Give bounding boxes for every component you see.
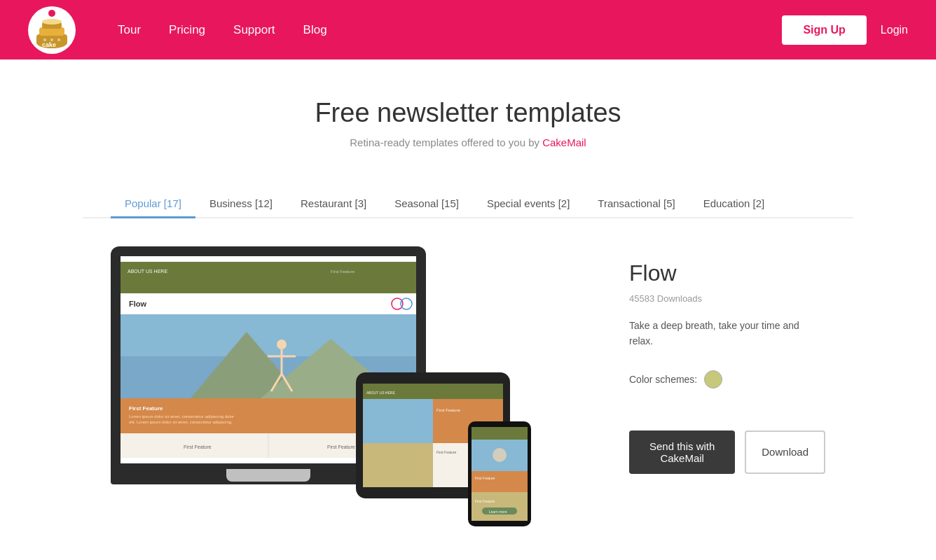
hero-section: Free newsletter templates Retina-ready t… bbox=[0, 59, 936, 169]
send-cakemail-button[interactable]: Send this with CakeMail bbox=[629, 430, 735, 474]
tabs-area: Popular [17] Business [12] Restaurant [3… bbox=[83, 190, 853, 218]
svg-point-9 bbox=[57, 38, 60, 41]
color-schemes-row: Color schemes: bbox=[629, 370, 825, 388]
svg-rect-53 bbox=[472, 492, 528, 521]
svg-text:Lorem ipsum dolor sit amet, co: Lorem ipsum dolor sit amet, consectetur … bbox=[129, 414, 234, 419]
svg-text:First Feature: First Feature bbox=[331, 270, 355, 274]
phone-mockup: First Feature First Feature Learn more bbox=[468, 421, 531, 526]
svg-rect-11 bbox=[121, 262, 416, 293]
download-button[interactable]: Download bbox=[745, 430, 825, 474]
tab-seasonal[interactable]: Seasonal [15] bbox=[380, 190, 473, 218]
svg-point-50 bbox=[493, 448, 507, 462]
svg-rect-51 bbox=[472, 471, 528, 492]
nav-blog[interactable]: Blog bbox=[303, 23, 327, 37]
tab-special-events[interactable]: Special events [2] bbox=[473, 190, 584, 218]
tabs-list: Popular [17] Business [12] Restaurant [3… bbox=[111, 190, 825, 217]
svg-point-6 bbox=[48, 10, 55, 17]
svg-rect-14 bbox=[121, 293, 416, 314]
tab-business[interactable]: Business [12] bbox=[195, 190, 287, 218]
svg-rect-48 bbox=[472, 427, 528, 440]
svg-text:First Feature: First Feature bbox=[327, 444, 355, 449]
nav-tour[interactable]: Tour bbox=[118, 23, 141, 37]
subtitle-text: Retina-ready templates offered to you by bbox=[350, 136, 542, 148]
signup-button[interactable]: Sign Up bbox=[782, 15, 866, 45]
svg-text:First Feature: First Feature bbox=[475, 476, 495, 480]
svg-text:elit. Lorem ipsum dolor sit am: elit. Lorem ipsum dolor sit amet, consec… bbox=[129, 420, 233, 424]
tab-education[interactable]: Education [2] bbox=[689, 190, 779, 218]
login-button[interactable]: Login bbox=[881, 24, 908, 36]
hero-subtitle: Retina-ready templates offered to you by… bbox=[14, 136, 922, 148]
svg-text:cake: cake bbox=[42, 41, 56, 48]
download-count: 45583 Downloads bbox=[629, 293, 825, 304]
svg-text:ABOUT US HERE: ABOUT US HERE bbox=[366, 391, 395, 395]
color-swatch[interactable] bbox=[704, 370, 722, 388]
svg-text:First Feature: First Feature bbox=[436, 450, 457, 454]
logo-area: cake bbox=[28, 6, 76, 54]
color-schemes-label: Color schemes: bbox=[629, 374, 697, 385]
tab-popular[interactable]: Popular [17] bbox=[111, 190, 195, 218]
svg-rect-19 bbox=[121, 314, 416, 356]
logo-icon[interactable]: cake bbox=[28, 6, 76, 54]
nav-actions: Sign Up Login bbox=[782, 15, 908, 45]
nav-links: Tour Pricing Support Blog bbox=[118, 23, 782, 37]
svg-text:First Feature: First Feature bbox=[475, 499, 495, 503]
page-title: Free newsletter templates bbox=[14, 98, 922, 128]
svg-rect-42 bbox=[363, 443, 433, 487]
svg-point-22 bbox=[277, 340, 287, 349]
template-description: Take a deep breath, take your time and r… bbox=[629, 318, 825, 349]
navbar: cake Tour Pricing Support Blog Sign Up L… bbox=[0, 0, 936, 59]
brand-link[interactable]: CakeMail bbox=[542, 136, 586, 148]
nav-pricing[interactable]: Pricing bbox=[169, 23, 205, 37]
svg-text:First Feature: First Feature bbox=[129, 405, 163, 412]
tab-restaurant[interactable]: Restaurant [3] bbox=[287, 190, 380, 218]
svg-text:Flow: Flow bbox=[129, 300, 146, 308]
nav-support[interactable]: Support bbox=[233, 23, 275, 37]
svg-text:ABOUT US HERE: ABOUT US HERE bbox=[128, 269, 167, 274]
template-preview: ABOUT US HERE First Feature Flow bbox=[111, 246, 587, 540]
template-name: Flow bbox=[629, 260, 825, 286]
svg-text:First Feature: First Feature bbox=[436, 408, 461, 412]
svg-text:First Feature: First Feature bbox=[184, 444, 212, 449]
content-area: ABOUT US HERE First Feature Flow bbox=[83, 218, 853, 560]
devices-mockup: ABOUT US HERE First Feature Flow bbox=[111, 246, 531, 540]
svg-rect-39 bbox=[363, 399, 433, 443]
svg-point-5 bbox=[42, 19, 62, 24]
info-panel: Flow 45583 Downloads Take a deep breath,… bbox=[629, 246, 825, 474]
svg-text:Learn more: Learn more bbox=[489, 510, 507, 514]
action-buttons: Send this with CakeMail Download bbox=[629, 430, 825, 474]
tab-transactional[interactable]: Transactional [5] bbox=[584, 190, 689, 218]
